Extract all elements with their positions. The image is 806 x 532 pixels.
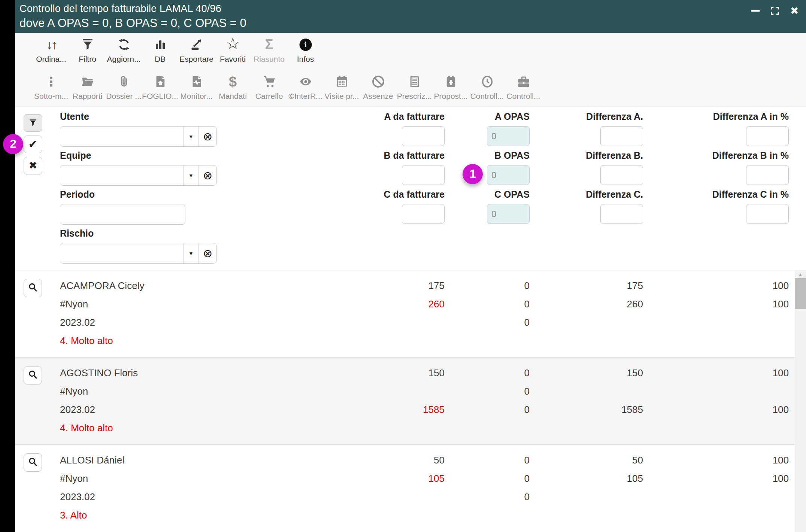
filter-input-a-da-fatturare[interactable] <box>402 126 445 146</box>
row-value: 100 <box>773 401 789 419</box>
toolbar-item-favorites[interactable]: ☆Favoriti <box>215 33 251 70</box>
toolbar-item-control-time[interactable]: Controll... <box>469 70 505 106</box>
filter-input-differenza-b[interactable] <box>600 165 643 185</box>
doc-pulse-icon <box>190 73 203 90</box>
toolbar-item-prescriptions[interactable]: Prescriz... <box>396 70 433 106</box>
column-label-differenza-a: Differenza A. <box>586 111 643 122</box>
toolbar-item-sort[interactable]: ↓↑Ordina... <box>33 33 69 70</box>
row-value: 100 <box>773 469 789 488</box>
toolbar-item-label: Visite pr... <box>325 92 359 101</box>
toolbar-item-cart[interactable]: Carrello <box>251 70 287 106</box>
paperclip-icon <box>117 73 131 90</box>
scrollbar-thumb[interactable] <box>795 278 806 309</box>
row-value: 0 <box>524 469 530 488</box>
toolbar-item-sheet[interactable]: FOGLIO... <box>142 70 178 106</box>
sigma-icon: Σ <box>265 36 273 53</box>
doc-home-icon <box>154 73 167 90</box>
toolbar-item-submenu[interactable]: ⋮Sotto-m... <box>33 70 69 106</box>
toolbar-item-label: Controll... <box>470 92 504 101</box>
field-label-rischio: Rischio <box>60 228 94 239</box>
toolbar-item-proposals[interactable]: Propost... <box>433 70 469 106</box>
row-value: 175 <box>627 277 643 295</box>
window-title: Controllo del tempo fatturabile LAMAL 40… <box>19 3 221 15</box>
row-value: 0 <box>524 382 530 401</box>
toolbar-item-label: FOGLIO... <box>142 92 178 101</box>
field-label-utente: Utente <box>60 111 89 122</box>
rischio-combobox[interactable]: ▼ ⊗ <box>60 243 217 264</box>
filter-input-b-opas[interactable]: 0 <box>487 165 530 185</box>
rischio-clear-button[interactable]: ⊗ <box>199 243 216 263</box>
refresh-icon <box>117 36 131 53</box>
filter-input-differenza-a-in[interactable] <box>746 126 789 146</box>
filter-input-differenza-c[interactable] <box>600 204 643 224</box>
folder-icon <box>81 73 94 90</box>
row-value: 50 <box>632 451 643 469</box>
minimize-button[interactable] <box>749 4 762 17</box>
toolbar-item-label: Sotto-m... <box>34 92 68 101</box>
periodo-input[interactable] <box>60 204 185 225</box>
column-label-b-da-fatturare: B da fatturare <box>384 150 445 161</box>
toolbar-item-monitoring[interactable]: Monitor... <box>178 70 215 106</box>
utente-clear-button[interactable]: ⊗ <box>199 127 216 146</box>
triangle-up-icon: ▲ <box>798 271 803 277</box>
screen: { "window": { "title": "Controllo del te… <box>0 0 806 532</box>
toolbar-item-reports[interactable]: Rapporti <box>69 70 106 106</box>
filter-panel: ✔ ✖ Utente ▼ ⊗ Equipe ▼ ⊗ Periodo Rischi… <box>15 107 806 270</box>
funnel-icon <box>81 36 94 53</box>
toolbar-item-control-work[interactable]: Controll... <box>505 70 542 106</box>
row-value: 0 <box>524 313 530 332</box>
filter-input-differenza-a[interactable] <box>600 126 643 146</box>
toolbar-item-db[interactable]: DB <box>142 33 178 70</box>
row-value: 175 <box>428 277 445 295</box>
filter-input-c-opas[interactable]: 0 <box>487 204 530 224</box>
toolbar-item-label: Rapporti <box>73 92 102 101</box>
column-label-a-opas: A OPAS <box>495 111 530 122</box>
row-value: 100 <box>773 364 789 382</box>
toolbar-item-mandates[interactable]: $Mandati <box>215 70 251 106</box>
toolbar-item-interrai[interactable]: ©InterR... <box>287 70 324 106</box>
close-button[interactable]: ✖ <box>788 4 801 17</box>
filter-input-a-opas[interactable]: 0 <box>487 126 530 146</box>
filter-input-differenza-b-in[interactable] <box>746 165 789 185</box>
filter-input-b-da-fatturare[interactable] <box>402 165 445 185</box>
equipe-combobox[interactable]: ▼ ⊗ <box>60 165 217 186</box>
maximize-button[interactable] <box>769 4 781 17</box>
toolbar-item-summary[interactable]: ΣRiasunto <box>251 33 287 70</box>
utente-combobox[interactable]: ▼ ⊗ <box>60 126 217 147</box>
calendar-icon <box>335 73 349 90</box>
toolbar-item-dossier[interactable]: Dossier ... <box>106 70 142 106</box>
equipe-clear-button[interactable]: ⊗ <box>199 165 216 185</box>
toolbar-item-visits[interactable]: Visite pr... <box>324 70 360 106</box>
toolbar-item-label: Propost... <box>434 92 468 101</box>
row-risk: 3. Alto <box>60 506 87 525</box>
minimize-icon <box>751 10 760 12</box>
equipe-dropdown-button[interactable]: ▼ <box>183 165 199 185</box>
toolbar-item-infos[interactable]: iInfos <box>287 33 324 70</box>
rischio-dropdown-button[interactable]: ▼ <box>183 243 199 263</box>
toolbar-item-refresh[interactable]: Aggiorn... <box>106 33 142 70</box>
column-label-differenza-c: Differenza C. <box>586 189 643 200</box>
row-value: 0 <box>524 277 530 295</box>
result-row: AGOSTINO Floris1500150100#Nyon02023.0215… <box>15 358 806 445</box>
confirm-filter-button[interactable]: ✔ <box>24 136 42 153</box>
scrollbar-up-button[interactable]: ▲ <box>795 271 806 277</box>
toolbar-item-absences[interactable]: Assenze <box>360 70 396 106</box>
dollar-icon: $ <box>229 73 237 90</box>
clear-filter-button[interactable]: ✖ <box>24 157 42 174</box>
row-value: 50 <box>434 451 445 469</box>
row-team: #Nyon <box>60 295 88 313</box>
equipe-input[interactable] <box>60 165 183 185</box>
toolbar-item-label: Monitor... <box>180 92 212 101</box>
filter-input-c-da-fatturare[interactable] <box>402 204 445 224</box>
row-risk: 4. Molto alto <box>60 419 113 437</box>
toolbar-item-filter[interactable]: Filtro <box>69 33 106 70</box>
apply-filter-button[interactable] <box>24 114 42 132</box>
rischio-input[interactable] <box>60 243 183 263</box>
cart-icon <box>263 73 276 90</box>
field-label-periodo: Periodo <box>60 189 95 200</box>
filter-input-differenza-c-in[interactable] <box>746 204 789 224</box>
vertical-scrollbar[interactable]: ▲ <box>795 270 806 532</box>
toolbar-item-export[interactable]: Esportare <box>178 33 215 70</box>
utente-input[interactable] <box>60 127 183 146</box>
utente-dropdown-button[interactable]: ▼ <box>183 127 199 146</box>
